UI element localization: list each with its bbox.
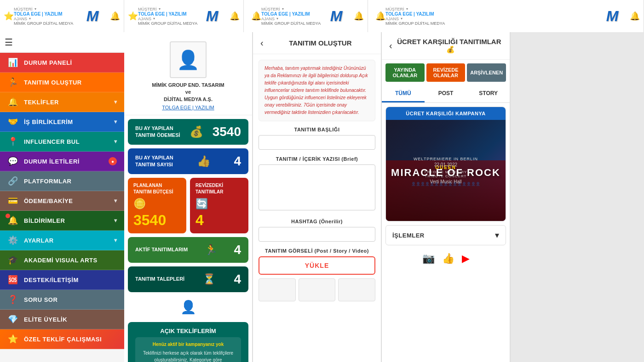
header-section-3: 🔔 MÜŞTERİ ▾ TOLGA EGE | YAZILIM AJANS ▾ … — [244, 0, 368, 32]
profile-avatar: 👤 — [170, 41, 207, 78]
chevron-down-icon: ▾ — [114, 237, 117, 243]
no-active-text: Henüz aktif bir kampanyanız yok — [139, 341, 237, 348]
client-label-1: MÜŞTERİ ▾ — [14, 7, 79, 11]
sidebar-item-bildirimler[interactable]: 🔔 BİLDİRİMLER ▾ — [0, 211, 124, 231]
campaign-image: WELTPREMIERE IN BERLIN 22.01.2022 MIRACL… — [386, 120, 506, 221]
monthly-payment-card: BU AY YAPILANTANITIM ÖDEMESİ 💰 3540 — [128, 119, 248, 145]
hashtag-input[interactable] — [259, 227, 375, 242]
image-placeholders — [259, 278, 375, 301]
user-name-link[interactable]: TOLGA EGE | YAZILIM — [162, 105, 214, 110]
header-section-4: 🔔 MÜŞTERİ ▾ TOLGA EGE | YAZILIM AJANS ▾ … — [368, 0, 644, 32]
hashtag-label: HASHTAG (Önerilir) — [259, 219, 375, 224]
filter-arsivlenen[interactable]: ARŞİVLENEN — [467, 63, 506, 82]
requests-value: 4 — [234, 272, 241, 287]
logo-2: M — [198, 4, 226, 29]
sidebar-item-destek[interactable]: 🆘 DESTEK/İLETİŞİM — [0, 270, 124, 290]
chevron-icon[interactable]: ▾ — [29, 17, 31, 21]
title-input[interactable] — [259, 135, 375, 150]
user-icon-area: 👤 — [124, 296, 252, 318]
youtube-icon[interactable]: ▶ — [462, 253, 470, 265]
handshake-icon: 🤝 — [7, 117, 18, 127]
tab-tumu[interactable]: TÜMÜ — [382, 85, 425, 102]
sidebar-item-ozel-teklif[interactable]: ⭐ ÖZEL TEKLİF ÇALIŞMASI — [0, 329, 124, 349]
active-value: 4 — [234, 243, 241, 257]
tab-story[interactable]: STORY — [467, 85, 510, 102]
bell-icon-3[interactable]: 🔔 — [251, 11, 261, 21]
monthly-payment-label: BU AY YAPILANTANITIM ÖDEMESİ — [135, 125, 180, 139]
chevron-icon[interactable]: ▾ — [34, 7, 36, 11]
question-icon: ❓ — [7, 294, 18, 305]
dashboard-icon: 📊 — [7, 57, 18, 68]
agency-label-4: AJANS ▾ — [385, 17, 598, 21]
sidebar-item-soru-sor[interactable]: ❓ SORU SOR — [0, 290, 124, 310]
tab-post[interactable]: POST — [425, 85, 467, 102]
sidebar-item-is-birlikleri[interactable]: 🤝 İŞ BİRLİKLERİM ▾ — [0, 112, 124, 132]
client-label-3: MÜŞTERİ ▾ — [261, 7, 322, 11]
revised-card: REVİZEDEKİTANITIMLAR 🔄 4 — [190, 178, 248, 233]
brief-label: TANITIM / İÇERİK YAZISI (Brief) — [259, 156, 375, 162]
active-label: AKTİF TANITIMLARIM — [135, 246, 188, 253]
facebook-icon[interactable]: 👍 — [442, 253, 454, 265]
bell-icon-3b[interactable]: 🔔 — [354, 11, 364, 21]
info-box: Merhaba, tanıtım yaptırmak istediğiniz Ü… — [259, 60, 375, 121]
profile-area: 👤 MİMİK GROUP END. TASARIM ve DİJİTAL ME… — [124, 32, 252, 115]
sidebar-item-teklifler[interactable]: 🔔 TEKLİFLER ▾ — [0, 92, 124, 112]
chat-icon: 💬 — [7, 156, 18, 166]
logo-4: M — [598, 4, 626, 29]
back-button[interactable]: ‹ — [260, 38, 264, 48]
star-icon-1: ⭐ — [4, 11, 14, 21]
diamond-icon: 💎 — [7, 314, 18, 324]
bell-icon-1[interactable]: 🔔 — [110, 11, 120, 21]
chevron-down-icon: ▾ — [495, 230, 499, 240]
sidebar-item-durum-paneli[interactable]: 📊 DURUM PANELİ — [0, 53, 124, 73]
link-icon: 🔗 — [7, 176, 18, 186]
sidebar-item-platformlar[interactable]: 🔗 PLATFORMLAR — [0, 171, 124, 191]
sidebar-item-ayarlar[interactable]: ⚙️ AYARLAR ▾ — [0, 231, 124, 250]
bell-icon-4[interactable]: 🔔 — [375, 11, 385, 21]
notification-dot — [6, 214, 10, 218]
agency-name-3: MİMİK GROUP DİJİTAL MEDYA — [261, 21, 322, 26]
revised-label: REVİZEDEKİTANITIMLAR — [196, 182, 223, 195]
chevron-down-icon: ▾ — [114, 119, 117, 125]
sidebar-item-elite[interactable]: 💎 ELİTE ÜYELİK — [0, 310, 124, 329]
upload-button[interactable]: YÜKLE — [259, 256, 375, 275]
social-icons-row: 📷 👍 ▶ — [382, 249, 510, 268]
sidebar-item-odeme-bakiye[interactable]: 💳 ÖDEME/BAKİYE ▾ — [0, 191, 124, 211]
bell-icon: 🔔 — [7, 97, 18, 107]
brief-textarea[interactable] — [259, 164, 375, 210]
instagram-icon[interactable]: 📷 — [422, 253, 435, 265]
client-label-4: MÜŞTERİ ▾ — [385, 7, 598, 11]
ucret-back-button[interactable]: ‹ — [389, 40, 392, 51]
sidebar-item-influencer-bul[interactable]: 📍 INFLUENCER BUL ▾ — [0, 132, 124, 152]
support-icon: 🆘 — [7, 275, 18, 285]
company-name: MİMİK GROUP END. TASARIM ve DİJİTAL MEDY… — [152, 82, 224, 103]
ucret-panel-title: ÜCRET KARŞILIĞI TANITIMLAR 💰 — [396, 38, 502, 54]
campaign-main-title: MIRACLE OF ROCK — [391, 167, 500, 178]
bell-icon-4b[interactable]: 🔔 — [630, 11, 640, 21]
header-section-1: ⭐ MÜŞTERİ ▾ TOLGA EGE | YAZILIM AJANS ▾ … — [0, 0, 124, 32]
agency-label-3: AJANS ▾ — [261, 17, 322, 21]
hamburger-menu[interactable]: ☰ — [5, 37, 13, 48]
islemler-label: İŞLEMLER — [392, 232, 425, 239]
logo-1: M — [79, 4, 106, 29]
media-label: TANITIM GÖRSELİ (Post / Story / Video) — [259, 248, 375, 254]
bell-icon-2[interactable]: 🔔 — [230, 11, 240, 21]
filter-yayinda[interactable]: YAYINDAOLANLAR — [385, 63, 425, 82]
islemler-bar[interactable]: İŞLEMLER ▾ — [385, 225, 506, 245]
type-tabs: TÜMÜ POST STORY — [382, 85, 510, 103]
sidebar-item-tanitim-olustur[interactable]: 🏃 TANITIM OLUŞTUR — [0, 73, 124, 92]
ucret-karsili-panel: ‹ ÜCRET KARŞILIĞI TANITIMLAR 💰 YAYINDAOL… — [382, 32, 511, 362]
campaign-image-content: WELTPREMIERE IN BERLIN 22.01.2022 MIRACL… — [387, 153, 504, 188]
location-icon: 📍 — [7, 136, 18, 147]
tanitim-panel-header: ‹ TANITIM OLUŞTUR — [253, 32, 381, 54]
chevron-down-icon: ▾ — [114, 138, 117, 145]
refresh-icon: 🔄 — [196, 198, 208, 210]
sidebar-top: ☰ — [0, 32, 124, 53]
sidebar-item-akademi[interactable]: 🎓 AKADEMİ VISUAL ARTS — [0, 250, 124, 270]
agency-label-2: AJANS ▾ — [138, 17, 198, 21]
client-agency-3: MÜŞTERİ ▾ TOLGA EGE | YAZILIM AJANS ▾ Mİ… — [261, 7, 322, 26]
filter-revizede[interactable]: REVİZEDEOLANLAR — [426, 63, 466, 82]
client-name-4: TOLGA EGE | YAZILIM — [385, 11, 598, 17]
client-name-3: TOLGA EGE | YAZILIM — [261, 11, 322, 17]
sidebar-item-durum-iletileri[interactable]: 💬 DURUM İLETİLERİ ● — [0, 152, 124, 171]
